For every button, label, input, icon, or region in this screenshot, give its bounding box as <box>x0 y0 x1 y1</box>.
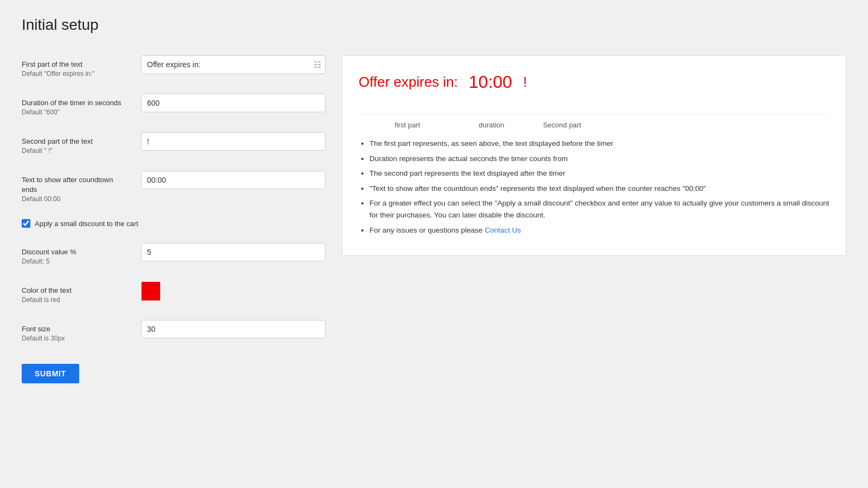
calendar-icon: ☷ <box>314 60 321 70</box>
timer-labels: first part duration Second part <box>359 114 829 129</box>
timer-display: Offer expires in: 10:00 ! <box>359 72 829 103</box>
label-first-part: first part <box>359 121 456 129</box>
info-item-1: The first part represents, as seen above… <box>369 138 829 150</box>
info-item-6: For any issues or questions please Conta… <box>369 224 829 236</box>
second-part-label: Second part of the text Default " !" <box>22 132 130 156</box>
first-part-input[interactable] <box>141 55 326 74</box>
second-part-row: Second part of the text Default " !" <box>22 132 326 156</box>
preview-panel: Offer expires in: 10:00 ! first part dur… <box>342 55 846 256</box>
discount-checkbox[interactable] <box>22 219 30 228</box>
font-label: Font size Default is 30px <box>22 320 130 343</box>
font-input[interactable] <box>141 320 326 338</box>
checkbox-label[interactable]: Apply a small discount to the cart <box>35 220 138 228</box>
second-part-input[interactable] <box>141 132 326 151</box>
color-label: Color of the text Default is red <box>22 281 130 305</box>
submit-button[interactable]: SUBMIT <box>22 364 79 383</box>
checkbox-row: Apply a small discount to the cart <box>22 219 326 228</box>
label-duration: duration <box>456 121 527 129</box>
timer-first-part: Offer expires in: <box>359 74 458 91</box>
contact-link[interactable]: Contact Us <box>484 226 521 234</box>
font-row: Font size Default is 30px <box>22 320 326 343</box>
page-title: Initial setup <box>22 16 846 34</box>
countdown-row: Text to show after coundtown ends Defaul… <box>22 171 326 204</box>
countdown-label: Text to show after coundtown ends Defaul… <box>22 171 130 204</box>
info-item-3: The second part represents the text disp… <box>369 168 829 179</box>
info-list: The first part represents, as seen above… <box>359 138 829 236</box>
discount-input[interactable] <box>141 243 326 261</box>
first-part-label: First part of the text Default "Offer ex… <box>22 55 130 79</box>
countdown-input[interactable] <box>141 171 326 189</box>
color-swatch[interactable] <box>141 281 161 301</box>
duration-label: Duration of the timer in seconds Default… <box>22 94 130 117</box>
first-part-row: First part of the text Default "Offer ex… <box>22 55 326 79</box>
timer-duration: 10:00 <box>469 72 512 92</box>
first-part-input-wrapper: ☷ <box>141 55 326 74</box>
label-second-part: Second part <box>527 121 597 129</box>
discount-label: Discount value % Default: 5 <box>22 243 130 266</box>
info-item-4: "Text to show after the countdoun ends" … <box>369 183 829 195</box>
discount-row: Discount value % Default: 5 <box>22 243 326 266</box>
color-row: Color of the text Default is red <box>22 281 326 305</box>
info-item-5: For a greater effect you can select the … <box>369 197 829 221</box>
info-item-2: Duration represents the actual seconds t… <box>369 153 829 165</box>
duration-row: Duration of the timer in seconds Default… <box>22 94 326 117</box>
timer-second-part: ! <box>523 74 527 91</box>
form-section: First part of the text Default "Offer ex… <box>22 55 326 383</box>
duration-input[interactable] <box>141 94 326 112</box>
